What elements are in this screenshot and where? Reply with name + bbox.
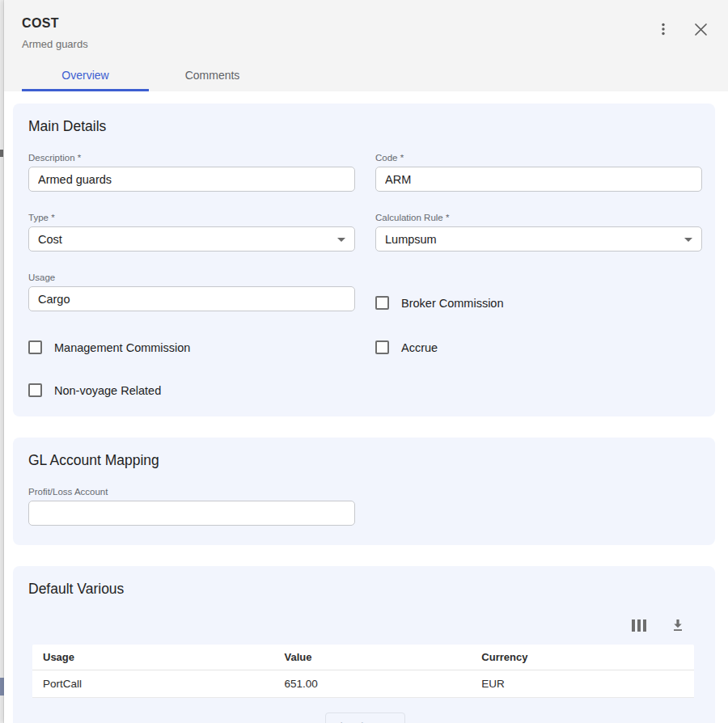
accrue-checkbox[interactable] [375,340,389,354]
usage-label: Usage [28,273,355,282]
type-select[interactable]: Cost [28,226,355,252]
broker-commission-row: Broker Commission [375,273,702,311]
code-label: Code * [375,153,702,163]
cell-currency: EUR [471,670,694,698]
tab-overview[interactable]: Overview [22,61,149,91]
management-commission-checkbox[interactable] [28,340,42,354]
default-various-table: Usage Value Currency PortCall 651.00 EUR [32,645,694,698]
profit-loss-account-label: Profit/Loss Account [28,487,355,497]
usage-field-group: Usage [28,273,355,311]
chevron-down-icon [337,238,345,242]
section-title: Main Details [28,118,702,135]
calculation-rule-select-value: Lumpsum [385,233,437,246]
download-icon[interactable] [668,615,688,635]
dialog-header: COST Armed guards [4,0,728,91]
chevron-down-icon [684,238,692,242]
non-voyage-related-label: Non-voyage Related [54,384,161,397]
background-artifact [0,150,3,157]
code-field-group: Code * [375,153,702,192]
dialog-subtitle: Armed guards [22,38,654,50]
column-header-value: Value [274,645,472,670]
description-input[interactable] [28,167,355,192]
column-chooser-icon[interactable] [632,619,647,632]
table-toolbar [28,615,688,635]
type-select-value: Cost [38,233,62,246]
management-commission-label: Management Commission [54,341,190,354]
cell-value: 651.00 [274,670,472,698]
accrue-row: Accrue [375,332,702,354]
type-field-group: Type * Cost [28,213,355,252]
calculation-rule-label: Calculation Rule * [375,213,702,222]
tab-bar: Overview Comments [22,61,710,91]
section-gl-account-mapping: GL Account Mapping Profit/Loss Account [13,438,715,545]
tab-comments[interactable]: Comments [149,61,276,91]
section-title: Default Various [28,581,702,598]
kebab-menu-icon[interactable] [654,19,673,39]
cell-usage: PortCall [32,670,274,698]
type-label: Type * [28,213,355,222]
management-commission-row: Management Commission [28,332,355,354]
accrue-label: Accrue [401,341,438,354]
load-more-button[interactable]: Load more [325,712,404,723]
broker-commission-checkbox[interactable] [375,296,389,310]
cost-dialog: COST Armed guards [4,0,728,723]
broker-commission-label: Broker Commission [401,297,504,310]
code-input[interactable] [375,167,702,192]
dialog-body: Main Details Description * Code * Type *… [4,91,728,723]
section-main-details: Main Details Description * Code * Type *… [13,104,715,416]
close-icon[interactable] [691,19,710,39]
column-header-usage: Usage [32,645,274,670]
usage-input[interactable] [28,286,355,311]
section-title: GL Account Mapping [28,452,702,469]
non-voyage-related-row: Non-voyage Related [28,375,355,397]
table-row[interactable]: PortCall 651.00 EUR [32,670,694,698]
dialog-title: COST [22,16,654,31]
calculation-rule-select[interactable]: Lumpsum [375,226,702,252]
calculation-rule-field-group: Calculation Rule * Lumpsum [375,213,702,252]
non-voyage-related-checkbox[interactable] [28,383,42,397]
column-header-currency: Currency [471,645,694,670]
description-field-group: Description * [28,153,355,192]
section-default-various: Default Various Usage Value [13,566,715,723]
profit-loss-account-input[interactable] [28,501,355,526]
description-label: Description * [28,153,355,163]
table-header-row: Usage Value Currency [32,645,694,670]
profit-loss-account-field-group: Profit/Loss Account [28,487,355,526]
